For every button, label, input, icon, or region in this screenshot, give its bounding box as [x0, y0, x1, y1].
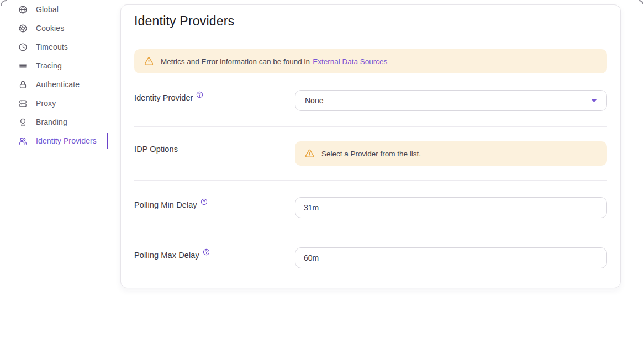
- sidebar-item-branding[interactable]: Branding: [0, 113, 108, 131]
- panel-header: Identity Providers: [121, 5, 620, 38]
- lock-icon: [18, 80, 28, 89]
- globe-icon: [18, 5, 28, 14]
- metrics-info-banner: Metrics and Error information can be fou…: [134, 49, 607, 73]
- identity-provider-select[interactable]: None: [295, 90, 607, 111]
- form-row-polling-max-delay: Polling Max Delay: [134, 234, 607, 288]
- help-icon[interactable]: [203, 248, 210, 256]
- sidebar-item-cookies[interactable]: Cookies: [0, 19, 108, 38]
- users-icon: [18, 136, 28, 146]
- external-data-sources-link[interactable]: External Data Sources: [313, 57, 387, 66]
- sidebar-item-tracing[interactable]: Tracing: [0, 56, 108, 75]
- polling-max-delay-label: Polling Max Delay: [134, 251, 199, 260]
- sidebar-item-label: Proxy: [36, 99, 56, 108]
- idp-options-label: IDP Options: [134, 145, 178, 154]
- idp-options-warning: Select a Provider from the list.: [295, 141, 607, 166]
- panel-body: Metrics and Error information can be fou…: [121, 49, 620, 288]
- settings-sidebar: Global Cookies Timeouts Tracing Authenti: [0, 0, 108, 150]
- selected-indicator: [107, 133, 108, 149]
- identity-provider-label-wrap: Identity Provider: [134, 90, 295, 102]
- form-row-idp-options: IDP Options Select a Provider from the l…: [134, 127, 607, 181]
- polling-min-delay-label: Polling Min Delay: [134, 200, 197, 209]
- form-row-polling-min-delay: Polling Min Delay: [134, 181, 607, 234]
- lines-icon: [18, 61, 28, 71]
- award-icon: [18, 118, 28, 127]
- dialog-corner-fragment-right: [639, 0, 643, 4]
- cookie-icon: [18, 24, 28, 33]
- sidebar-item-proxy[interactable]: Proxy: [0, 94, 108, 113]
- clock-icon: [18, 43, 28, 52]
- sidebar-item-authenticate[interactable]: Authenticate: [0, 75, 108, 94]
- polling-min-delay-input[interactable]: [295, 197, 607, 218]
- banner-text-wrap: Metrics and Error information can be fou…: [161, 57, 387, 66]
- settings-page: Global Cookies Timeouts Tracing Authenti: [0, 0, 644, 349]
- sidebar-item-label: Cookies: [36, 24, 64, 33]
- sidebar-item-label: Authenticate: [36, 80, 80, 89]
- warning-triangle-icon: [304, 149, 315, 159]
- identity-provider-selected-value: None: [305, 96, 323, 105]
- idp-options-warning-text: Select a Provider from the list.: [321, 150, 421, 158]
- chevron-down-icon: [591, 99, 597, 103]
- banner-text: Metrics and Error information can be fou…: [161, 57, 310, 66]
- polling-min-delay-label-wrap: Polling Min Delay: [134, 197, 295, 209]
- warning-triangle-icon: [144, 56, 154, 67]
- sidebar-item-global[interactable]: Global: [0, 0, 108, 19]
- polling-max-delay-input[interactable]: [295, 247, 607, 268]
- identity-providers-panel: Identity Providers Metrics and Error inf…: [120, 4, 621, 288]
- sidebar-item-label: Tracing: [36, 61, 62, 70]
- sidebar-item-label: Global: [36, 5, 59, 14]
- help-icon[interactable]: [196, 91, 203, 98]
- sidebar-item-identity-providers[interactable]: Identity Providers: [0, 131, 108, 150]
- polling-max-delay-label-wrap: Polling Max Delay: [134, 247, 295, 260]
- help-icon[interactable]: [200, 198, 208, 205]
- identity-provider-label: Identity Provider: [134, 93, 193, 102]
- sidebar-item-timeouts[interactable]: Timeouts: [0, 38, 108, 56]
- sidebar-item-label: Identity Providers: [36, 136, 97, 145]
- sidebar-item-label: Branding: [36, 118, 67, 126]
- idp-options-label-wrap: IDP Options: [134, 141, 295, 154]
- form-row-identity-provider: Identity Provider None: [134, 73, 607, 127]
- server-icon: [18, 99, 28, 108]
- page-title: Identity Providers: [134, 14, 234, 29]
- sidebar-item-label: Timeouts: [36, 43, 68, 51]
